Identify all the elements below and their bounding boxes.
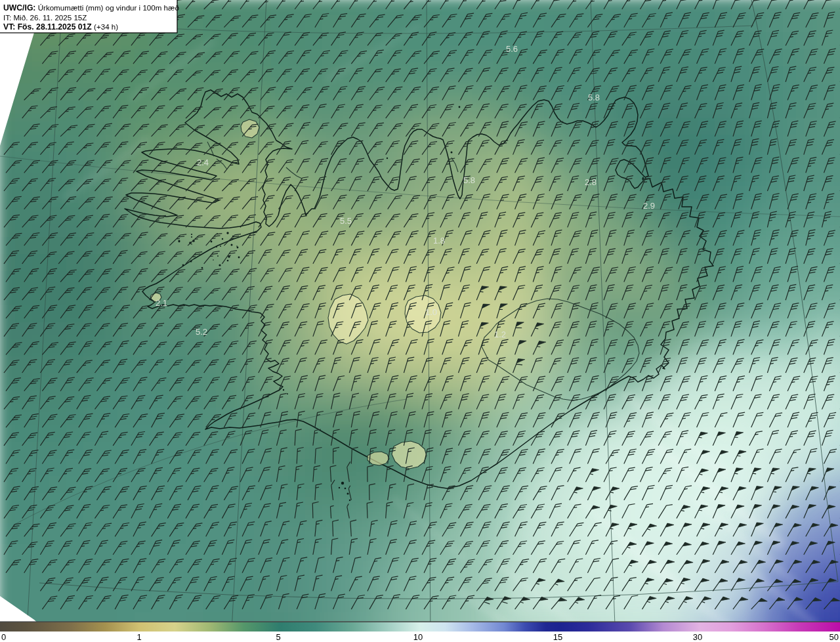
svg-text:30: 30 (693, 632, 702, 642)
svg-text:1.0: 1.0 (425, 307, 437, 317)
svg-text:VT: Fös. 28.11.2025 01Z (+34 h: VT: Fös. 28.11.2025 01Z (+34 h) (3, 22, 118, 32)
svg-text:5: 5 (276, 632, 280, 642)
svg-text:5.5: 5.5 (340, 216, 352, 226)
svg-text:10: 10 (413, 632, 423, 642)
svg-text:2.1: 2.1 (156, 298, 167, 308)
svg-text:15: 15 (553, 632, 562, 642)
svg-text:2.9: 2.9 (643, 201, 655, 211)
svg-text:5.2: 5.2 (196, 327, 207, 337)
svg-text:0: 0 (1, 632, 6, 642)
svg-text:2.4: 2.4 (197, 158, 209, 167)
svg-text:5.8: 5.8 (463, 175, 475, 185)
svg-text:2.8: 2.8 (585, 177, 597, 187)
svg-text:1.2: 1.2 (494, 330, 506, 339)
svg-text:IT: Mið. 26. 11. 2025 15Z: IT: Mið. 26. 11. 2025 15Z (3, 13, 87, 22)
svg-text:5.8: 5.8 (588, 93, 600, 102)
svg-text:UWC/IG: Úrkomumætti (mm) og vi: UWC/IG: Úrkomumætti (mm) og vindur i 100… (3, 3, 179, 12)
svg-text:1: 1 (136, 632, 141, 642)
svg-text:50: 50 (830, 632, 839, 642)
svg-text:5.6: 5.6 (506, 44, 518, 54)
svg-text:1.8: 1.8 (433, 236, 445, 246)
